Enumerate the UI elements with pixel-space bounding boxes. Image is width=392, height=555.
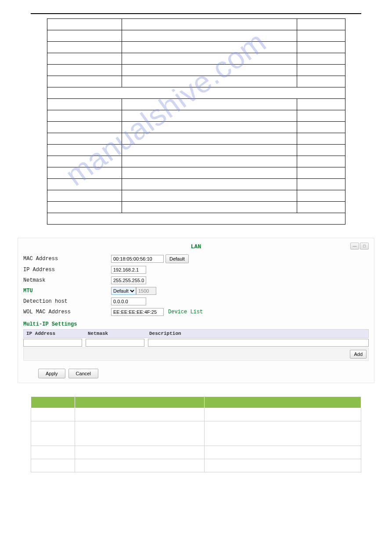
table-row (47, 156, 345, 167)
green-th-1 (31, 397, 75, 408)
col-ip-address: IP Address (24, 330, 85, 337)
apply-button[interactable]: Apply (38, 369, 65, 378)
table-row (47, 190, 345, 202)
table-row (47, 122, 345, 133)
table-row (47, 19, 345, 30)
default-button[interactable]: Default (165, 254, 189, 263)
multi-ip-header-row: IP Address Netmask Description (23, 329, 369, 338)
table-row (47, 65, 345, 76)
table-row (47, 145, 345, 156)
mtu-label: MTU (23, 288, 111, 294)
green-th-3 (205, 397, 361, 408)
table-row (47, 110, 345, 122)
mac-address-input[interactable] (111, 255, 164, 263)
green-header-table (31, 396, 361, 472)
top-double-rule (31, 13, 361, 14)
multi-ip-netmask-input[interactable] (86, 339, 144, 347)
table-row (47, 87, 345, 99)
table-row (47, 202, 345, 213)
table-row (31, 446, 361, 459)
table-header-row (31, 397, 361, 408)
table-row (31, 459, 361, 472)
detection-host-input[interactable] (111, 297, 146, 305)
minimize-icon[interactable]: — (350, 243, 359, 250)
col-description: Description (147, 330, 368, 337)
mtu-value-input (136, 287, 156, 295)
netmask-label: Netmask (23, 277, 111, 283)
table-row (47, 213, 345, 225)
col-netmask: Netmask (85, 330, 147, 337)
table-row (47, 42, 345, 53)
ip-address-input[interactable] (111, 266, 146, 274)
table-row (31, 408, 361, 421)
table-row (47, 179, 345, 190)
multi-ip-description-input[interactable] (148, 339, 369, 347)
table-row (31, 421, 361, 446)
detection-host-label: Detection host (23, 298, 111, 305)
add-button[interactable]: Add (350, 350, 367, 359)
mtu-select[interactable]: Default (111, 287, 136, 295)
lan-title: LAN (191, 243, 201, 250)
upper-empty-table (47, 18, 345, 225)
lan-panel: LAN — □ MAC Address Default IP Address N… (18, 238, 374, 383)
maximize-icon[interactable]: □ (360, 243, 369, 250)
table-row (47, 30, 345, 42)
netmask-input[interactable] (111, 276, 146, 284)
table-row (47, 167, 345, 179)
table-row (47, 76, 345, 87)
multi-ip-input-row (23, 339, 369, 347)
green-th-2 (75, 397, 205, 408)
wol-mac-input[interactable] (111, 308, 164, 316)
table-row (47, 99, 345, 110)
mac-address-label: MAC Address (23, 256, 111, 262)
device-list-link[interactable]: Device List (168, 309, 203, 315)
ip-address-label: IP Address (23, 267, 111, 273)
multi-ip-heading: Multi-IP Settings (23, 321, 369, 327)
wol-mac-label: WOL MAC Address (23, 309, 111, 315)
cancel-button[interactable]: Cancel (68, 369, 98, 378)
multi-ip-address-input[interactable] (23, 339, 82, 347)
table-row (47, 53, 345, 65)
table-row (47, 133, 345, 145)
